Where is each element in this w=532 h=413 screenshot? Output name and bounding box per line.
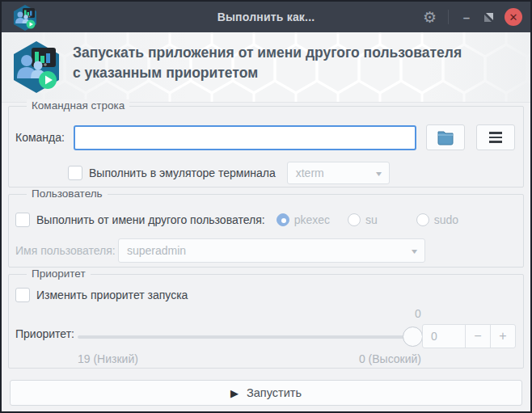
command-line-group: Командная строка Команда: Выполнить в эм… bbox=[8, 106, 524, 188]
run-in-terminal-checkbox[interactable] bbox=[68, 166, 82, 180]
priority-high-label: 0 (Высокий) bbox=[359, 352, 421, 365]
app-window: Выполнить как... ⚙ – ✕ bbox=[0, 0, 532, 413]
username-label: Имя пользователя: bbox=[15, 244, 116, 257]
radio-su-control[interactable] bbox=[348, 213, 361, 226]
settings-gear-icon[interactable]: ⚙ bbox=[423, 10, 437, 25]
browse-folder-button[interactable] bbox=[426, 124, 465, 150]
main-content: Командная строка Команда: Выполнить в эм… bbox=[2, 103, 530, 411]
username-value: superadmin bbox=[127, 244, 186, 257]
folder-icon bbox=[437, 129, 454, 145]
minimize-button[interactable]: – bbox=[460, 11, 473, 24]
priority-label: Приоритет: bbox=[15, 327, 74, 340]
terminal-option-row: Выполнить в эмуляторе терминала xterm ▾ bbox=[68, 162, 390, 184]
spinbox-minus-button[interactable]: − bbox=[465, 325, 490, 348]
titlebar[interactable]: Выполнить как... ⚙ – ✕ bbox=[2, 2, 530, 32]
command-input[interactable] bbox=[74, 125, 416, 150]
run-as-other-user-label: Выполнить от имени другого пользователя: bbox=[36, 213, 265, 226]
priority-scale: 19 (Низкий) 0 (Высокий) bbox=[78, 352, 421, 365]
change-priority-row: Изменить приоритет запуска bbox=[15, 286, 188, 304]
change-priority-checkbox[interactable] bbox=[15, 288, 30, 302]
window-controls: ⚙ – ✕ bbox=[423, 2, 522, 32]
username-select[interactable]: superadmin ▾ bbox=[118, 238, 425, 263]
spinbox-value: 0 bbox=[423, 325, 465, 348]
user-group: Пользователь Выполнить от имени другого … bbox=[8, 194, 524, 268]
app-icon-large bbox=[9, 40, 64, 95]
chevron-down-icon: ▾ bbox=[412, 247, 417, 255]
radio-su-label: su bbox=[365, 213, 378, 226]
command-label: Команда: bbox=[15, 131, 74, 144]
spinbox-plus-button[interactable]: + bbox=[490, 325, 515, 348]
priority-spinbox[interactable]: 0 − + bbox=[422, 324, 516, 348]
restore-button[interactable] bbox=[484, 13, 493, 22]
radio-pkexec[interactable]: pkexec bbox=[277, 213, 330, 226]
titlebar-separator bbox=[448, 10, 449, 24]
header-title-line2: с указанным приоритетом bbox=[73, 63, 462, 83]
run-as-row: Выполнить от имени другого пользователя:… bbox=[15, 211, 458, 229]
command-row: Команда: bbox=[15, 124, 515, 150]
radio-su[interactable]: su bbox=[348, 213, 378, 226]
hamburger-icon bbox=[489, 132, 502, 143]
run-button[interactable]: ▶ Запустить bbox=[10, 380, 522, 406]
header-banner: Запускать приложения от имени другого по… bbox=[2, 32, 530, 103]
radio-sudo-label: sudo bbox=[434, 213, 458, 226]
close-button[interactable]: ✕ bbox=[505, 8, 522, 26]
slider-value-label: 0 bbox=[407, 307, 429, 320]
run-button-label: Запустить bbox=[247, 386, 302, 399]
radio-sudo[interactable]: sudo bbox=[416, 213, 458, 226]
username-row: Имя пользователя: bbox=[15, 238, 116, 263]
run-as-other-user-checkbox[interactable] bbox=[15, 213, 30, 227]
radio-pkexec-label: pkexec bbox=[294, 213, 330, 226]
user-group-legend: Пользователь bbox=[27, 188, 108, 200]
header-title-line1: Запускать приложения от имени другого по… bbox=[73, 43, 462, 63]
priority-low-label: 19 (Низкий) bbox=[78, 352, 138, 365]
run-in-terminal-label: Выполнить в эмуляторе терминала bbox=[89, 166, 276, 179]
priority-group: Приоритет Изменить приоритет запуска 0 П… bbox=[8, 274, 524, 369]
header-title: Запускать приложения от имени другого по… bbox=[73, 43, 462, 84]
priority-slider-handle[interactable] bbox=[403, 327, 423, 347]
chevron-down-icon: ▾ bbox=[376, 169, 382, 178]
terminal-emulator-value: xterm bbox=[296, 166, 324, 179]
terminal-emulator-select[interactable]: xterm ▾ bbox=[287, 162, 390, 184]
change-priority-label: Изменить приоритет запуска bbox=[36, 289, 188, 301]
priority-group-legend: Приоритет bbox=[27, 268, 91, 280]
radio-sudo-control[interactable] bbox=[416, 213, 429, 226]
command-group-legend: Командная строка bbox=[27, 99, 129, 112]
radio-pkexec-control[interactable] bbox=[277, 213, 289, 226]
play-icon: ▶ bbox=[230, 388, 239, 398]
options-menu-button[interactable] bbox=[476, 124, 515, 150]
priority-slider-track[interactable] bbox=[78, 335, 421, 339]
app-icon-small bbox=[11, 4, 39, 32]
